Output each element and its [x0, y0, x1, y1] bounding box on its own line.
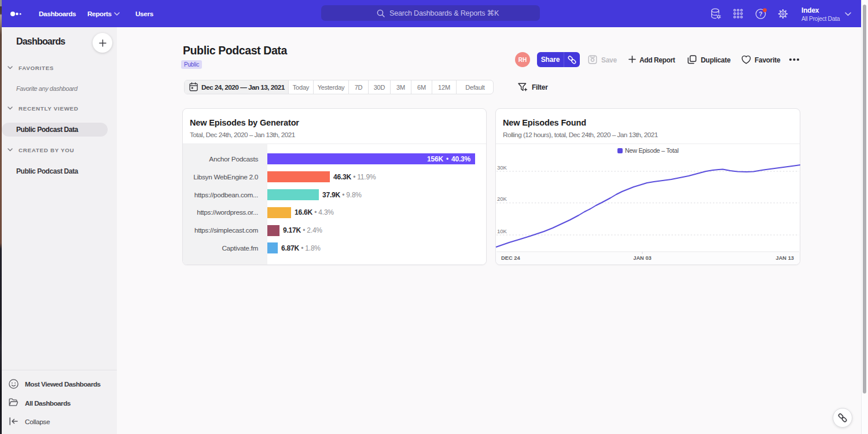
svg-text:DEC 24: DEC 24 [501, 255, 520, 261]
svg-text:?: ? [759, 10, 762, 17]
svg-text:JAN 13: JAN 13 [775, 255, 794, 261]
svg-text:20K: 20K [497, 196, 507, 202]
svg-text:10K: 10K [497, 228, 507, 234]
svg-text:JAN 03: JAN 03 [633, 255, 652, 261]
svg-text:30K: 30K [497, 164, 507, 171]
